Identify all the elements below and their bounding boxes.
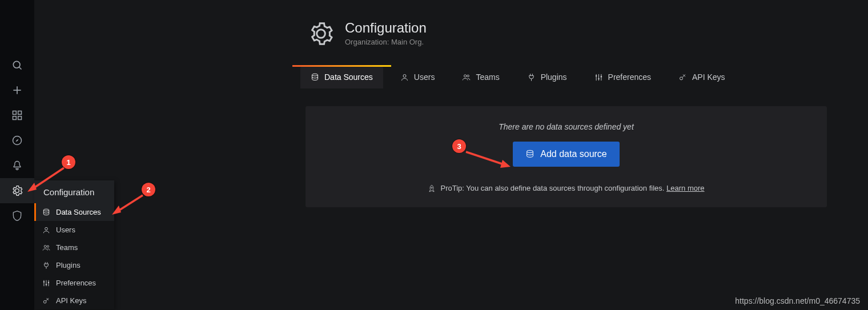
empty-state-text: There are no data sources defined yet (499, 122, 634, 131)
search-icon (11, 59, 23, 71)
database-icon (311, 73, 319, 82)
flyout-item-label: Plugins (56, 261, 81, 269)
user-icon (400, 73, 409, 82)
annotation-callout-3: 3 (452, 139, 466, 153)
nav-search[interactable] (0, 53, 34, 78)
flyout-item-preferences[interactable]: Preferences (34, 274, 114, 292)
nav-create[interactable] (0, 78, 34, 103)
database-icon (525, 150, 535, 159)
nav-server-admin[interactable] (0, 203, 34, 228)
flyout-item-label: Data Sources (56, 208, 101, 216)
user-icon (42, 226, 50, 234)
nav-alerting[interactable] (0, 153, 34, 178)
flyout-item-teams[interactable]: Teams (34, 239, 114, 256)
flyout-item-api-keys[interactable]: API Keys (34, 292, 114, 309)
watermark: https://blog.csdn.net/m0_46674735 (735, 296, 860, 305)
add-button-label: Add data source (540, 149, 607, 159)
grid-icon (11, 110, 23, 121)
protip-learn-more-link[interactable]: Learn more (666, 184, 704, 192)
shield-icon (11, 210, 23, 222)
gear-icon (308, 21, 333, 46)
tab-label: API Keys (692, 73, 725, 82)
tab-teams[interactable]: Teams (460, 67, 501, 88)
key-icon (42, 297, 50, 305)
tab-api-keys[interactable]: API Keys (676, 67, 728, 88)
flyout-item-plugins[interactable]: Plugins (34, 256, 114, 274)
data-sources-panel: There are no data sources defined yet Ad… (306, 106, 827, 207)
tab-label: Teams (476, 73, 499, 82)
tab-plugins[interactable]: Plugins (525, 67, 569, 88)
flyout-item-data-sources[interactable]: Data Sources (34, 203, 114, 221)
page-title: Configuration (345, 21, 427, 35)
add-data-source-button[interactable]: Add data source (513, 142, 620, 167)
sliders-icon (42, 279, 50, 287)
plug-icon (42, 261, 50, 269)
nav-dashboards[interactable] (0, 103, 34, 128)
flyout-item-users[interactable]: Users (34, 221, 114, 239)
nav-rail (0, 0, 34, 310)
nav-explore[interactable] (0, 128, 34, 153)
database-icon (42, 208, 50, 216)
key-icon (678, 73, 687, 82)
tab-preferences[interactable]: Preferences (592, 67, 653, 88)
tab-data-sources[interactable]: Data Sources (300, 67, 383, 88)
users-icon (42, 244, 50, 252)
tab-label: Plugins (541, 73, 567, 82)
tab-users[interactable]: Users (398, 67, 437, 88)
tab-label: Users (414, 73, 435, 82)
flyout-item-label: Teams (56, 243, 78, 252)
configuration-flyout: Configuration Data Sources Users Teams P… (34, 180, 114, 309)
sliders-icon (594, 73, 603, 82)
annotation-callout-1: 1 (62, 155, 75, 169)
compass-icon (11, 135, 23, 146)
plus-icon (11, 84, 23, 96)
gear-icon (11, 185, 23, 196)
nav-configuration[interactable] (0, 178, 34, 203)
tab-label: Preferences (608, 73, 651, 82)
annotation-callout-2: 2 (142, 183, 155, 196)
main-area: Configuration Organization: Main Org. Da… (46, 0, 868, 310)
protip-text: ProTip: You can also define data sources… (440, 184, 666, 192)
protip: ProTip: You can also define data sources… (428, 184, 704, 192)
config-tabs: Data Sources Users Teams Plugins Prefere… (308, 67, 868, 89)
flyout-header[interactable]: Configuration (34, 180, 114, 203)
grafana-logo[interactable] (8, 6, 26, 24)
flyout-item-label: Users (56, 226, 75, 234)
rocket-icon (428, 184, 436, 192)
flyout-item-label: API Keys (56, 296, 86, 305)
page-subtitle: Organization: Main Org. (345, 38, 427, 46)
flyout-item-label: Preferences (56, 279, 96, 287)
plug-icon (527, 73, 536, 82)
users-icon (462, 73, 471, 82)
tab-label: Data Sources (324, 73, 373, 82)
bell-icon (11, 160, 23, 171)
page-header: Configuration Organization: Main Org. (46, 0, 868, 46)
